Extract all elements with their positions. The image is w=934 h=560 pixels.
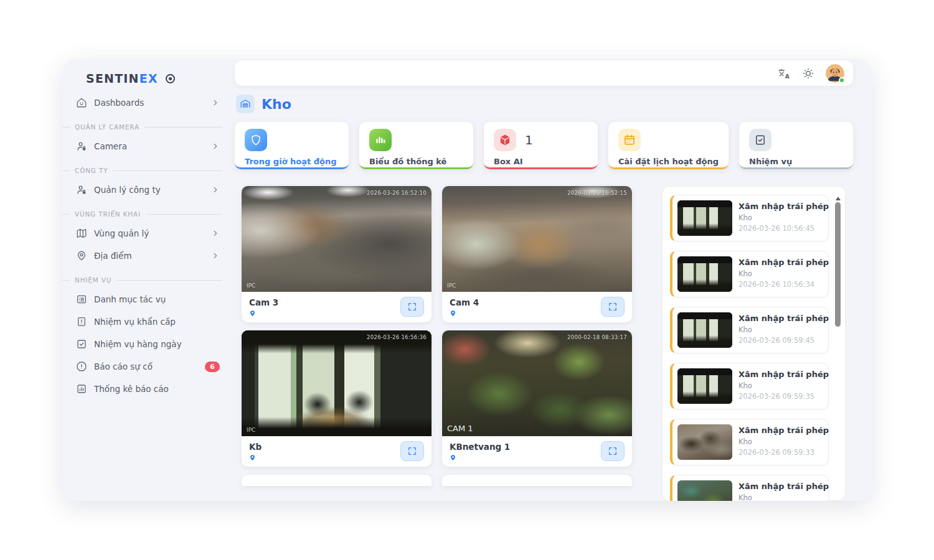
incident-count-badge: 6 xyxy=(205,362,220,372)
camera-feed[interactable]: 2026-03-26 16:52:10 IPC xyxy=(242,186,432,292)
camera-card[interactable] xyxy=(242,475,432,486)
language-icon[interactable]: A xyxy=(777,67,791,80)
card-schedule-settings[interactable]: Cài đặt lịch hoạt động xyxy=(608,122,729,169)
sidebar-item-label: Vùng quản lý xyxy=(94,228,149,238)
alert-time: 2026-03-26 09:59:35 xyxy=(738,392,823,401)
card-box-ai[interactable]: 1 Box AI xyxy=(484,122,598,169)
alert-location: Kho xyxy=(738,437,823,446)
sidebar-item-label: Camera xyxy=(94,141,127,151)
scrollbar-thumb[interactable] xyxy=(835,202,841,327)
location-pin-icon xyxy=(249,310,278,317)
alert-time: 2026-03-26 09:59:45 xyxy=(738,336,823,345)
camera-overlay-label: IPC xyxy=(447,282,456,289)
camera-timestamp: 2026-03-26 16:52:10 xyxy=(367,190,427,196)
camera-timestamp: 2000-02-18 08:33:17 xyxy=(567,334,627,340)
alert-item[interactable]: Xâm nhập trái phép Kho 2026-03-26 10:56:… xyxy=(670,251,829,297)
fullscreen-button[interactable] xyxy=(601,441,625,461)
alert-item[interactable]: Xâm nhập trái phép Kho 2026-03-26 09:59:… xyxy=(670,307,829,353)
user-avatar[interactable] xyxy=(826,64,844,83)
alert-thumbnail xyxy=(677,200,732,236)
alert-octagon-icon xyxy=(76,361,87,372)
location-pin-icon xyxy=(450,310,479,317)
quick-cards: Trong giờ hoạt động Biểu đồ thống kê 1 B… xyxy=(235,122,853,169)
content-row: 2026-03-26 16:52:10 IPC Cam 3 2026-03-26… xyxy=(234,186,872,501)
camera-card[interactable] xyxy=(442,475,632,486)
bar-chart-icon xyxy=(369,129,392,151)
cube-icon xyxy=(494,129,516,151)
alert-title: Xâm nhập trái phép xyxy=(738,370,823,379)
alert-title: Xâm nhập trái phép xyxy=(738,426,823,435)
camera-feed[interactable]: 2000-02-18 08:33:17 CAM 1 xyxy=(442,330,632,436)
task-check-icon xyxy=(749,129,771,151)
camera-feed[interactable]: 2026-03-26 16:52:15 IPC xyxy=(442,186,632,292)
alert-item[interactable]: Xâm nhập trái phép Kho 2026-03-26 09:59:… xyxy=(670,419,829,465)
alert-location: Kho xyxy=(738,381,823,390)
camera-feed[interactable]: 2026-03-26 16:56:36 IPC xyxy=(242,330,432,436)
sidebar-item-label: Thống kê báo cáo xyxy=(94,384,169,394)
sidebar-collapse-icon[interactable] xyxy=(166,74,175,83)
alert-location: Kho xyxy=(738,213,823,222)
sidebar-item-urgent-tasks[interactable]: Nhiệm vụ khẩn cấp xyxy=(62,310,234,333)
sidebar-item-label: Địa điểm xyxy=(94,251,132,261)
fullscreen-button[interactable] xyxy=(400,297,424,317)
bar-chart-icon xyxy=(76,383,87,394)
sidebar-item-location[interactable]: Địa điểm xyxy=(62,245,234,267)
sidebar-item-company-management[interactable]: Quản lý công ty xyxy=(62,179,234,201)
map-icon xyxy=(76,228,87,239)
alert-thumbnail xyxy=(677,312,732,348)
alert-item[interactable]: Xâm nhập trái phép Kho 2026-03-26 09:59:… xyxy=(670,363,829,409)
sidebar: SENTINEX Dashboards QUẢN LÝ CAMERA Camer… xyxy=(62,59,234,501)
shield-icon xyxy=(245,129,267,151)
sidebar-item-label: Nhiệm vụ hàng ngày xyxy=(94,339,182,349)
logo: SENTINEX xyxy=(62,67,234,91)
calendar-icon xyxy=(618,129,641,151)
camera-overlay-label: IPC xyxy=(247,282,255,289)
brightness-icon[interactable] xyxy=(802,67,814,80)
camera-name: Kb xyxy=(249,442,262,452)
sidebar-item-task-categories[interactable]: Danh mục tác vụ xyxy=(62,288,234,310)
camera-timestamp: 2026-03-26 16:52:15 xyxy=(567,190,627,196)
alert-thumbnail xyxy=(677,368,732,404)
sidebar-item-region-management[interactable]: Vùng quản lý xyxy=(62,222,234,245)
alert-scrollbar[interactable] xyxy=(835,197,841,470)
card-label: Biểu đồ thống kê xyxy=(369,157,463,166)
camera-card[interactable]: 2026-03-26 16:56:36 IPC Kb xyxy=(242,330,432,467)
camera-card[interactable]: 2026-03-26 16:52:10 IPC Cam 3 xyxy=(242,186,432,322)
alert-time: 2026-03-26 09:59:33 xyxy=(738,448,823,457)
list-icon xyxy=(76,294,87,305)
card-statistics-chart[interactable]: Biểu đồ thống kê xyxy=(359,122,473,169)
sidebar-item-incident-reports[interactable]: Báo cáo sự cố 6 xyxy=(62,355,234,378)
logo-text: SENTINEX xyxy=(86,72,158,85)
camera-card[interactable]: 2026-03-26 16:52:15 IPC Cam 4 xyxy=(442,186,632,322)
camera-card[interactable]: 2000-02-18 08:33:17 CAM 1 KBnetvang 1 xyxy=(442,330,632,467)
alert-item[interactable]: Xâm nhập trái phép Kho 2026-03-26 07:58:… xyxy=(670,475,829,501)
card-operating-hours[interactable]: Trong giờ hoạt động xyxy=(235,122,349,169)
fullscreen-button[interactable] xyxy=(601,297,625,317)
card-label: Trong giờ hoạt động xyxy=(245,157,339,166)
sidebar-item-camera[interactable]: Camera xyxy=(62,135,234,157)
alert-item[interactable]: Xâm nhập trái phép Kho 2026-03-26 10:56:… xyxy=(670,195,829,241)
camera-overlay-label: CAM 1 xyxy=(447,424,473,433)
camera-timestamp: 2026-03-26 16:56:36 xyxy=(367,334,427,340)
camera-name: Cam 4 xyxy=(450,297,479,307)
fullscreen-button[interactable] xyxy=(400,441,424,461)
sidebar-item-dashboards[interactable]: Dashboards xyxy=(62,91,234,114)
map-pin-icon xyxy=(76,250,87,261)
card-tasks[interactable]: Nhiệm vụ xyxy=(739,122,853,169)
main-area: A Kho Trong giờ hoạt động Biểu đ xyxy=(234,59,872,501)
sidebar-item-report-statistics[interactable]: Thống kê báo cáo xyxy=(62,378,234,400)
camera-overlay-label: IPC xyxy=(247,427,255,433)
sidebar-item-label: Dashboards xyxy=(94,98,144,108)
chevron-right-icon xyxy=(211,185,220,194)
online-status-dot xyxy=(839,77,845,83)
location-pin-icon xyxy=(249,454,262,461)
alert-time: 2026-03-26 10:56:45 xyxy=(738,224,823,233)
chevron-right-icon xyxy=(211,251,220,260)
chevron-right-icon xyxy=(211,98,220,107)
sidebar-item-daily-tasks[interactable]: Nhiệm vụ hàng ngày xyxy=(62,333,234,355)
camera-name: Cam 3 xyxy=(249,297,278,307)
chevron-right-icon xyxy=(211,142,220,151)
scroll-up-arrow-icon[interactable] xyxy=(836,197,841,200)
alert-title: Xâm nhập trái phép xyxy=(738,258,823,267)
svg-text:A: A xyxy=(785,72,790,79)
